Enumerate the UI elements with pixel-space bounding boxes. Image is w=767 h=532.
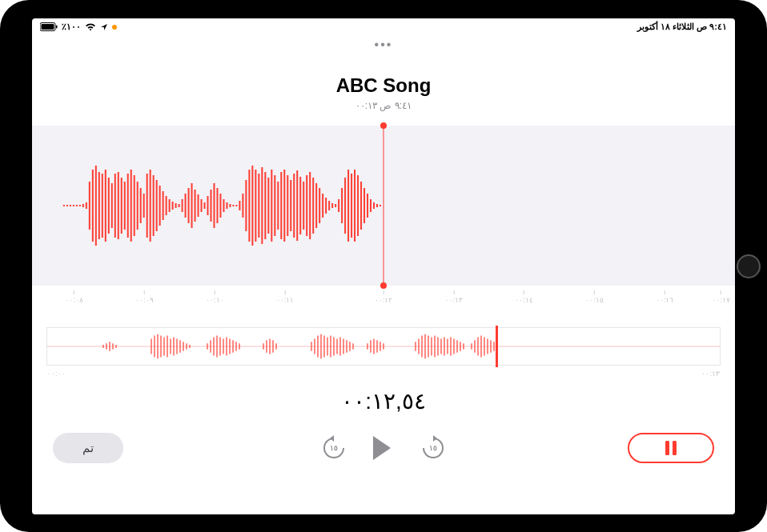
location-icon	[100, 23, 108, 31]
svg-rect-182	[665, 441, 669, 455]
battery-icon	[40, 22, 58, 31]
status-clock-date: ٩:٤١ ص الثلاثاء ١٨ أكتوبر	[637, 22, 727, 32]
ipad-frame: ٩:٤١ ص الثلاثاء ١٨ أكتوبر ٪١٠٠ ••• ABC S…	[0, 0, 767, 532]
status-bar: ٩:٤١ ص الثلاثاء ١٨ أكتوبر ٪١٠٠	[32, 18, 735, 34]
skip-forward-label: ١٥	[420, 444, 447, 452]
battery-percent: ٪١٠٠	[62, 22, 81, 32]
waveform-overview[interactable]: ٠٠:٠٠ ٠٠:١٣	[46, 327, 721, 366]
more-options-icon[interactable]: •••	[375, 38, 393, 52]
status-right: ٩:٤١ ص الثلاثاء ١٨ أكتوبر	[637, 22, 727, 32]
tick: ٠٠:٠٨	[65, 290, 83, 304]
playhead-handle-top[interactable]	[380, 122, 387, 129]
tick: ٠٠:١١	[276, 290, 295, 304]
recording-title: ABC Song	[32, 74, 735, 97]
wifi-icon	[85, 22, 96, 31]
tick: ٠٠:١٤	[515, 290, 533, 304]
timeline-ruler: ٠٠:٠٨ ٠٠:٠٩ ٠٠:١٠ ٠٠:١١ ٠٠:١٢ ٠٠:١٣ ٠٠:١…	[32, 286, 735, 308]
playback-controls: تم ١٥ ١٥	[32, 426, 735, 470]
home-button[interactable]	[737, 254, 761, 278]
playhead-line[interactable]	[384, 126, 384, 286]
overview-end-time: ٠٠:١٣	[701, 370, 720, 378]
tick: ٠٠:١٦	[656, 290, 674, 304]
svg-rect-183	[673, 441, 677, 455]
tick: ٠٠:٠٩	[135, 290, 154, 304]
tick: ٠٠:١٣	[445, 290, 464, 304]
tick: ٠٠:١٥	[585, 290, 604, 304]
tick: ٠٠:١٠	[206, 290, 224, 304]
done-button[interactable]: تم	[53, 433, 123, 463]
skip-back-15-button[interactable]: ١٥	[320, 434, 347, 462]
svg-rect-2	[56, 26, 58, 29]
skip-back-label: ١٥	[320, 444, 347, 452]
recording-indicator-icon	[112, 25, 117, 30]
overview-playhead[interactable]	[496, 326, 498, 367]
pause-record-button[interactable]	[628, 433, 714, 463]
current-time: ٠٠:١٢,٥٤	[32, 388, 735, 414]
waveform-main[interactable]	[32, 126, 735, 286]
recording-subtitle: ٩:٤١ ص ٠٠:١٣	[32, 100, 735, 111]
recording-header: ABC Song ٩:٤١ ص ٠٠:١٣	[32, 74, 735, 111]
screen: ٩:٤١ ص الثلاثاء ١٨ أكتوبر ٪١٠٠ ••• ABC S…	[32, 18, 735, 514]
pause-icon	[665, 441, 677, 455]
status-left: ٪١٠٠	[40, 22, 117, 32]
svg-rect-1	[42, 24, 54, 30]
skip-forward-15-button[interactable]: ١٥	[420, 434, 447, 462]
tick: ٠٠:١٢	[375, 290, 393, 304]
tick: ٠٠:١٧	[712, 290, 730, 304]
waveform-overview-svg	[47, 328, 720, 365]
play-button[interactable]	[370, 434, 397, 462]
overview-start-time: ٠٠:٠٠	[47, 370, 66, 378]
